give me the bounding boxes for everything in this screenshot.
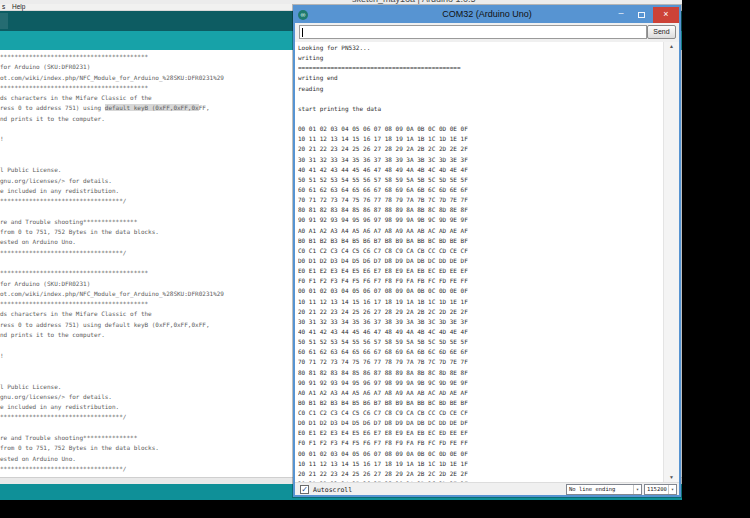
minimize-button[interactable]: –: [613, 7, 629, 23]
serial-output-line: E0 E1 E2 E3 E4 E5 E6 E7 E8 E9 EA EB EC E…: [298, 266, 662, 276]
serial-output-line: [298, 114, 662, 124]
serial-send-input[interactable]: [299, 25, 647, 39]
serial-output-line: 60 61 62 63 64 65 66 67 68 69 6A 6B 6C 6…: [298, 347, 662, 357]
serial-output-line: 90 91 92 93 94 95 96 97 98 99 9A 9B 9C 9…: [298, 378, 662, 388]
serial-output-line: 50 51 52 53 54 55 56 57 58 59 5A 5B 5C 5…: [298, 175, 662, 185]
serial-output-line: B0 B1 B2 B3 B4 B5 B6 B7 B8 B9 BA BB BC B…: [298, 398, 662, 408]
serial-output-line: B0 B1 B2 B3 B4 B5 B6 B7 B8 B9 BA BB BC B…: [298, 236, 662, 246]
close-button[interactable]: ×: [653, 7, 679, 23]
serial-output-line: 50 51 52 53 54 55 56 57 58 59 5A 5B 5C 5…: [298, 337, 662, 347]
serial-monitor-window: ∞ COM32 (Arduino Uno) – × Send Looking f…: [293, 5, 681, 497]
serial-output-line: 30 31 32 33 34 35 36 37 38 39 3A 3B 3C 3…: [298, 317, 662, 327]
scroll-up-icon[interactable]: ▲: [664, 42, 679, 51]
serial-output-line: 40 41 42 43 44 45 46 47 48 49 4A 4B 4C 4…: [298, 165, 662, 175]
serial-output-line: [298, 94, 662, 104]
serial-output-line: 80 81 82 83 84 85 86 87 88 89 8A 8B 8C 8…: [298, 368, 662, 378]
baud-rate-value: 115200 baud: [647, 486, 667, 495]
serial-output-line: 10 11 12 13 14 15 16 17 18 19 1A 1B 1C 1…: [298, 134, 662, 144]
chevron-down-icon: ▾: [668, 485, 676, 494]
toolbar-button-partial[interactable]: [0, 13, 8, 29]
serial-output-line: 20 21 22 23 24 25 26 27 28 29 2A 2B 2C 2…: [298, 469, 662, 479]
text-cursor: [302, 28, 303, 37]
autoscroll-label: Autoscroll: [313, 486, 352, 494]
serial-output-line: 80 81 82 83 84 85 86 87 88 89 8A 8B 8C 8…: [298, 205, 662, 215]
serial-output-line: 00 01 02 03 04 05 06 07 08 09 0A 0B 0C 0…: [298, 449, 662, 459]
serial-output-line: start printing the data: [298, 104, 662, 114]
serial-output-line: ========================================…: [298, 63, 662, 73]
serial-output-line: 60 61 62 63 64 65 66 67 68 69 6A 6B 6C 6…: [298, 185, 662, 195]
serial-output-line: 00 01 02 03 04 05 06 07 08 09 0A 0B 0C 0…: [298, 286, 662, 296]
maximize-button[interactable]: [633, 7, 649, 23]
send-button[interactable]: Send: [647, 25, 676, 39]
serial-output-line: 00 01 02 03 04 05 06 07 08 09 0A 0B 0C 0…: [298, 124, 662, 134]
serial-output-line: F0 F1 F2 F3 F4 F5 F6 F7 F8 F9 FA FB FC F…: [298, 438, 662, 448]
chevron-down-icon: ▾: [633, 485, 641, 494]
serial-output-line: 20 21 22 23 24 25 26 27 28 29 2A 2B 2C 2…: [298, 307, 662, 317]
serial-output-text[interactable]: Looking for PN532...writing=============…: [298, 43, 662, 482]
serial-output-line: C0 C1 C2 C3 C4 C5 C6 C7 C8 C9 CA CB CC C…: [298, 408, 662, 418]
serial-output-line: C0 C1 C2 C3 C4 C5 C6 C7 C8 C9 CA CB CC C…: [298, 246, 662, 256]
serial-output-line: E0 E1 E2 E3 E4 E5 E6 E7 E8 E9 EA EB EC E…: [298, 428, 662, 438]
serial-output-line: D0 D1 D2 D3 D4 D5 D6 D7 D8 D9 DA DB DC D…: [298, 256, 662, 266]
serial-output-line: writing: [298, 53, 662, 63]
serial-output-line: 90 91 92 93 94 95 96 97 98 99 9A 9B 9C 9…: [298, 215, 662, 225]
serial-output-line: 10 11 12 13 14 15 16 17 18 19 1A 1B 1C 1…: [298, 297, 662, 307]
serial-monitor-bottom-bar: ✓ Autoscroll No line ending ▾ 115200 bau…: [295, 482, 679, 495]
serial-output-line: 20 21 22 23 24 25 26 27 28 29 2A 2B 2C 2…: [298, 144, 662, 154]
line-ending-dropdown[interactable]: No line ending ▾: [566, 484, 642, 495]
serial-output-line: reading: [298, 84, 662, 94]
baud-rate-dropdown[interactable]: 115200 baud ▾: [644, 484, 677, 495]
serial-output-line: Looking for PN532...: [298, 43, 662, 53]
serial-output-line: A0 A1 A2 A3 A4 A5 A6 A7 A8 A9 AA AB AC A…: [298, 388, 662, 398]
serial-input-row: Send: [295, 23, 679, 42]
maximize-icon: [638, 12, 645, 18]
serial-output-line: writing end: [298, 73, 662, 83]
serial-output-line: 10 11 12 13 14 15 16 17 18 19 1A 1B 1C 1…: [298, 459, 662, 469]
scroll-down-icon[interactable]: ▼: [664, 473, 679, 482]
autoscroll-checkbox[interactable]: ✓: [300, 485, 309, 494]
serial-monitor-titlebar[interactable]: ∞ COM32 (Arduino Uno) – ×: [295, 7, 679, 23]
serial-output-line: F0 F1 F2 F3 F4 F5 F6 F7 F8 F9 FA FB FC F…: [298, 276, 662, 286]
line-ending-value: No line ending: [569, 486, 615, 492]
serial-output-line: 70 71 72 73 74 75 76 77 78 79 7A 7B 7C 7…: [298, 357, 662, 367]
serial-output-line: A0 A1 A2 A3 A4 A5 A6 A7 A8 A9 AA AB AC A…: [298, 226, 662, 236]
vertical-scrollbar[interactable]: ▲ ▼: [663, 42, 679, 482]
serial-output-line: 30 31 32 33 34 35 36 37 38 39 3A 3B 3C 3…: [298, 155, 662, 165]
serial-output-line: 40 41 42 43 44 45 46 47 48 49 4A 4B 4C 4…: [298, 327, 662, 337]
serial-output-line: 70 71 72 73 74 75 76 77 78 79 7A 7B 7C 7…: [298, 195, 662, 205]
serial-output-line: D0 D1 D2 D3 D4 D5 D6 D7 D8 D9 DA DB DC D…: [298, 418, 662, 428]
menu-item-partial[interactable]: s: [2, 3, 5, 11]
serial-output-area: Looking for PN532...writing=============…: [295, 42, 679, 482]
menu-item-help[interactable]: Help: [12, 3, 25, 11]
